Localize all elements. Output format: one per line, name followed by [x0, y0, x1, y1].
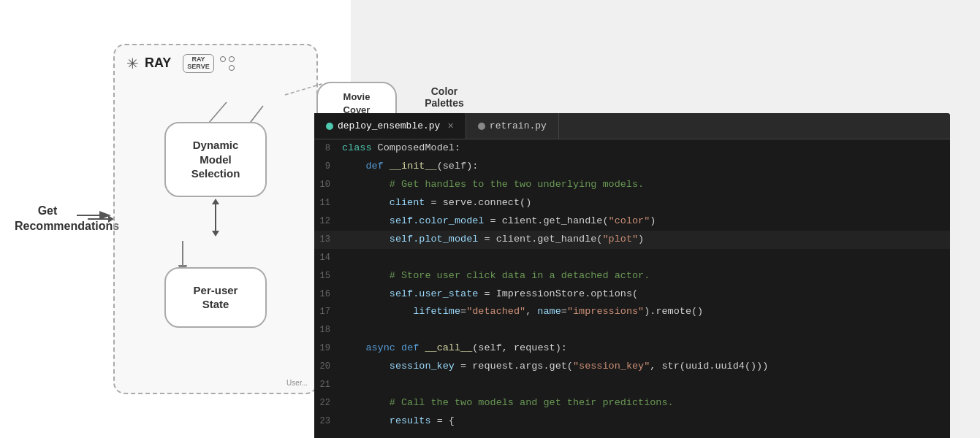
token-pn [342, 342, 365, 353]
line-content: client = serve.connect() [342, 195, 531, 212]
token-pn: ) [638, 234, 644, 245]
token-pn: ).remote() [644, 306, 703, 317]
code-line: 8class ComposedModel: [314, 139, 950, 158]
line-number: 11 [314, 196, 342, 210]
token-pn: (self): [437, 161, 479, 172]
token-kw: async [365, 342, 395, 353]
color-palettes-label: Color Palettes [411, 85, 477, 109]
tab-retrain[interactable]: retrain.py [466, 113, 559, 139]
code-area: 8class ComposedModel:9 def __init__(self… [314, 139, 950, 438]
tab-dot-2 [478, 123, 485, 130]
vertical-connector [215, 203, 216, 232]
token-pn: , str(uuid.uuid4())) [650, 361, 768, 372]
token-pn [342, 361, 390, 372]
token-pn [342, 215, 390, 226]
token-cls: class [342, 142, 372, 153]
code-line: 19 async def __call__(self, request): [314, 339, 950, 358]
token-pn [342, 288, 390, 299]
tab-label-1: deploy_ensemble.py [338, 120, 440, 131]
line-number: 14 [314, 250, 342, 265]
line-number: 10 [314, 177, 342, 192]
line-content [342, 322, 348, 339]
token-kw: def [365, 161, 383, 172]
token-cm: # Call the two models and get their pred… [390, 397, 674, 408]
token-var: self.plot_model [390, 234, 479, 245]
line-content: results = { [342, 413, 455, 430]
line-content: # Get handles to the two underlying mode… [342, 177, 644, 193]
token-pn [342, 415, 390, 426]
token-var: session_key [390, 361, 455, 372]
code-line: 9 def __init__(self): [314, 158, 950, 176]
token-fn: __call__ [425, 342, 472, 353]
line-content: self.color_model = client.get_handle("co… [342, 213, 656, 230]
line-content [342, 250, 348, 266]
token-var: results [390, 415, 431, 426]
serve-nodes [220, 56, 235, 71]
code-line: 13 self.plot_model = client.get_handle("… [314, 231, 950, 249]
line-number: 23 [314, 414, 342, 429]
line-number: 8 [314, 141, 342, 155]
token-pn: = serve.connect() [425, 197, 531, 208]
tab-deploy-ensemble[interactable]: deploy_ensemble.py × [314, 113, 466, 139]
token-var: self.color_model [390, 215, 485, 226]
line-content: self.user_state = ImpressionStore.option… [342, 286, 638, 303]
token-pn [342, 234, 390, 245]
token-str: "session_key" [573, 361, 650, 372]
token-pn: ComposedModel: [372, 142, 461, 153]
token-pn [342, 270, 390, 281]
token-cm: # Get handles to the two underlying mode… [390, 179, 644, 190]
token-pn: = [561, 306, 567, 317]
line-number: 18 [314, 323, 342, 337]
token-pn [342, 179, 390, 190]
token-pn [342, 306, 413, 317]
line-content: # Store user click data in a detached ac… [342, 268, 650, 285]
token-pn: = request.args.get( [455, 361, 573, 372]
token-var: name [537, 306, 561, 317]
line-content: class ComposedModel: [342, 140, 460, 157]
token-pn: , [525, 306, 537, 317]
token-pn: = [460, 306, 466, 317]
token-var: self.user_state [390, 288, 479, 299]
line-content [342, 377, 348, 393]
line-number: 22 [314, 396, 342, 410]
dynamic-model-box: Dynamic Model Selection [164, 122, 267, 197]
code-line: 17 lifetime="detached", name="impression… [314, 303, 950, 321]
tab-close-1[interactable]: × [447, 120, 453, 132]
node-dot-2 [229, 56, 235, 62]
node-dot-3 [229, 65, 235, 71]
token-pn [395, 342, 401, 353]
line-content: session_key = request.args.get("session_… [342, 358, 768, 375]
code-line: 10 # Get handles to the two underlying m… [314, 176, 950, 194]
token-var: client [390, 197, 425, 208]
line-number: 12 [314, 214, 342, 228]
ray-icon: ✳ [126, 55, 139, 72]
code-line: 21 [314, 376, 950, 394]
token-pn: = client.get_handle( [484, 215, 608, 226]
token-pn [342, 197, 390, 208]
token-str: "color" [609, 215, 650, 226]
line-number: 13 [314, 232, 342, 247]
token-pn: ) [650, 215, 656, 226]
token-pn [342, 161, 365, 172]
code-line: 15 # Store user click data in a detached… [314, 267, 950, 285]
ray-box: ✳ RAY RAY SERVE Movie Cover M [113, 44, 318, 394]
token-pn [384, 161, 390, 172]
line-number: 16 [314, 287, 342, 301]
code-line: 18 [314, 321, 950, 339]
line-number: 19 [314, 341, 342, 356]
arrow-right [88, 218, 110, 220]
editor-panel: deploy_ensemble.py × retrain.py 8class C… [314, 113, 950, 438]
line-number: 20 [314, 359, 342, 374]
diagram-area: Get Recommendations ✳ RAY RAY SERVE [0, 0, 351, 438]
code-line: 12 self.color_model = client.get_handle(… [314, 212, 950, 231]
token-str: "plot" [602, 234, 638, 245]
code-line: 11 client = serve.connect() [314, 194, 950, 212]
code-line: 14 [314, 249, 950, 267]
token-pn: (self, request): [472, 342, 567, 353]
tab-dot-1 [326, 123, 333, 130]
line-number: 17 [314, 304, 342, 319]
ray-header: ✳ RAY RAY SERVE [126, 54, 235, 73]
editor-tabs: deploy_ensemble.py × retrain.py [314, 113, 950, 139]
code-line: 22 # Call the two models and get their p… [314, 394, 950, 412]
token-pn: = client.get_handle( [478, 234, 602, 245]
